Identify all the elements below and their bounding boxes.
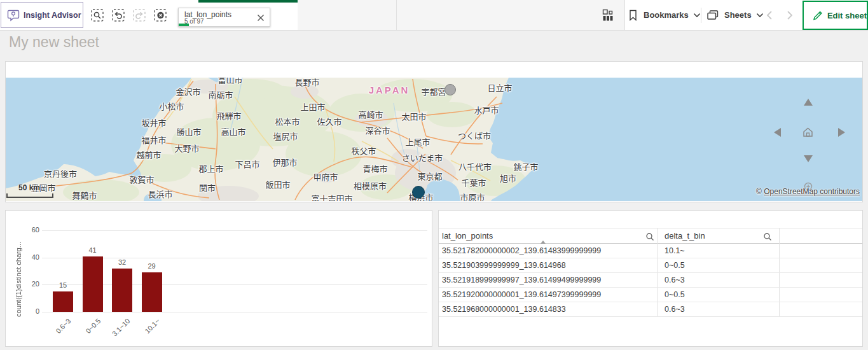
- table-row: 35.521903999999999_139.6149680~0.5: [439, 258, 862, 273]
- cell-delta-t-bin[interactable]: 0~0.5: [665, 261, 685, 270]
- column-search-icon[interactable]: [763, 232, 772, 241]
- table-row: 35.521918999999997_139.614994999999990.6…: [439, 273, 862, 288]
- map-city-label: 深谷市: [365, 124, 390, 136]
- toolbar: Insight Advisor: [0, 0, 868, 31]
- sheets-icon: [706, 9, 720, 22]
- map-point-marker[interactable]: [412, 186, 425, 199]
- sheets-label: Sheets: [724, 10, 752, 20]
- map-city-label: 大野市: [174, 142, 199, 154]
- pencil-icon: [812, 10, 823, 21]
- bar[interactable]: [83, 256, 103, 312]
- sheet-title: My new sheet: [9, 34, 99, 51]
- table-header: lat_lon_points delta_t_bin: [439, 228, 862, 244]
- map-city-label: つくば市: [458, 129, 491, 141]
- bar-value-label: 32: [109, 258, 135, 266]
- clear-selections-icon[interactable]: [153, 8, 168, 23]
- map-city-label: 京丹後市: [44, 167, 77, 179]
- map-city-label: 福井市: [141, 134, 166, 146]
- cell-delta-t-bin[interactable]: 0.6~3: [665, 305, 685, 314]
- bookmarks-label: Bookmarks: [644, 10, 689, 20]
- bar[interactable]: [112, 269, 132, 312]
- map-city-label: 相模原市: [354, 179, 387, 192]
- map-city-label: 越前市: [136, 148, 161, 160]
- map-city-label: 千葉市: [461, 176, 486, 188]
- gridline: [42, 230, 427, 231]
- cell-lat-lon-points[interactable]: 35.521903999999999_139.614968: [442, 261, 566, 270]
- gridline: [42, 312, 427, 312]
- search-selections-icon[interactable]: [90, 8, 105, 23]
- map-home-button[interactable]: [802, 126, 814, 138]
- step-forward-icon[interactable]: [132, 8, 147, 23]
- chevron-down-icon: [756, 13, 764, 18]
- map-city-label: 長浜市: [148, 188, 172, 200]
- x-axis-label: 10.1~: [143, 317, 161, 335]
- y-axis-title: count({1}distinct charg...: [15, 228, 25, 331]
- map-city-label: 東京都: [417, 170, 442, 182]
- pan-down-button[interactable]: [804, 155, 813, 162]
- cell-delta-t-bin[interactable]: 0~0.5: [665, 290, 685, 299]
- selection-ratio-bar: [179, 24, 189, 26]
- map-city-label: 市原市: [460, 191, 485, 202]
- map-city-label: 郡上市: [198, 162, 223, 174]
- bookmarks-button[interactable]: Bookmarks: [627, 0, 701, 30]
- map-city-label: 長野市: [294, 78, 319, 88]
- cell-delta-t-bin[interactable]: 0.6~3: [665, 276, 685, 284]
- map-city-label: 高山市: [221, 125, 245, 137]
- bar[interactable]: [142, 272, 162, 312]
- map-city-label: 金沢市: [176, 85, 200, 97]
- map-city-label: 佐久市: [317, 115, 341, 127]
- map-city-label: 秩父市: [351, 144, 376, 157]
- toolbar-separator: [701, 8, 701, 23]
- remove-selection-icon[interactable]: [256, 13, 266, 23]
- map-city-label: 南砺市: [208, 88, 233, 101]
- map-city-label: 銚子市: [513, 160, 538, 172]
- x-axis-label: 0.6~3: [54, 317, 72, 335]
- table-panel: lat_lon_points delta_t_bin 35.5217820000…: [438, 210, 863, 347]
- step-back-icon[interactable]: [111, 8, 126, 23]
- map-city-label: 敦賀市: [129, 173, 154, 185]
- map-city-label: 坂井市: [141, 116, 166, 129]
- x-axis-label: 3.1~10: [111, 317, 131, 337]
- map-chart-panel: 金沢市南砺市富山市長野市小松市坂井市飛騨市高山市勝山市福井市大野市越前市郡上市下…: [5, 61, 863, 202]
- previous-sheet-icon[interactable]: [765, 10, 774, 20]
- map-city-label: 八千代市: [458, 160, 492, 172]
- next-sheet-icon[interactable]: [785, 10, 794, 20]
- map-city-label: 日立市: [487, 81, 512, 94]
- map-city-label: 勝山市: [176, 125, 201, 137]
- map-city-label: 飯田市: [265, 178, 290, 190]
- bar-value-label: 15: [50, 281, 76, 289]
- attribution-link[interactable]: OpenStreetMap contributors: [764, 187, 860, 196]
- column-search-icon[interactable]: [645, 232, 654, 241]
- map-city-label: 伊那市: [272, 156, 297, 168]
- chevron-down-icon: [693, 13, 701, 18]
- map-city-label: 宇都宮: [421, 85, 446, 97]
- map-canvas[interactable]: 金沢市南砺市富山市長野市小松市坂井市飛騨市高山市勝山市福井市大野市越前市郡上市下…: [6, 78, 862, 201]
- map-attribution: © OpenStreetMap contributors: [756, 187, 860, 196]
- column-header-delta-t-bin[interactable]: delta_t_bin: [665, 231, 705, 241]
- cell-delta-t-bin[interactable]: 10.1~: [665, 246, 685, 255]
- cell-lat-lon-points[interactable]: 35.521968000000001_139.614833: [442, 305, 566, 314]
- cell-lat-lon-points[interactable]: 35.521920000000001_139.61497399999999: [442, 290, 601, 299]
- edit-sheet-button[interactable]: Edit sheet: [803, 1, 868, 30]
- pan-left-button[interactable]: [774, 128, 781, 137]
- column-header-lat-lon-points[interactable]: lat_lon_points: [442, 231, 493, 241]
- bookmark-icon: [627, 9, 639, 22]
- bar[interactable]: [53, 291, 73, 312]
- bar-chart-panel: count({1}distinct charg... 6040200150.6~…: [5, 210, 432, 347]
- sheets-button[interactable]: Sheets: [706, 0, 764, 30]
- bar-value-label: 41: [80, 246, 106, 254]
- cell-lat-lon-points[interactable]: 35.521918999999997_139.61499499999999: [442, 276, 601, 284]
- map-city-label: 太田市: [401, 110, 426, 122]
- selection-chip[interactable]: lat_lon_points 5 of 97: [178, 8, 270, 27]
- pan-right-button[interactable]: [838, 128, 845, 137]
- map-city-label: 上田市: [300, 101, 325, 113]
- map-city-label: 塩尻市: [273, 130, 298, 142]
- map-city-label: 富士吉田市: [311, 192, 352, 202]
- selection-tools: [90, 8, 168, 23]
- sheet-objects-button[interactable]: [602, 0, 614, 30]
- insight-advisor-label: Insight Advisor: [24, 11, 81, 20]
- cell-lat-lon-points[interactable]: 35.521782000000002_139.61483999999999: [442, 246, 601, 255]
- map-point-marker[interactable]: [444, 84, 456, 95]
- insight-advisor-button[interactable]: Insight Advisor: [1, 2, 83, 28]
- pan-up-button[interactable]: [804, 99, 813, 106]
